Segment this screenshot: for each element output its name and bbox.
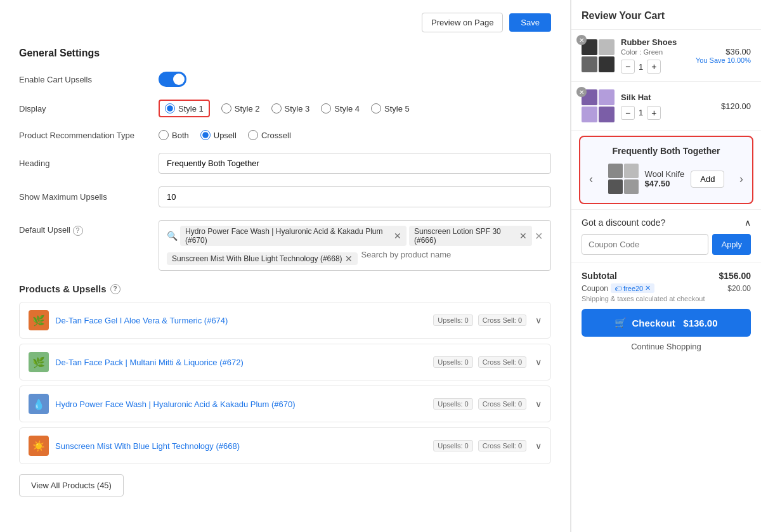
enable-cart-upsells-label: Enable Cart Upsells: [19, 75, 159, 84]
apply-button[interactable]: Apply: [712, 234, 751, 255]
display-style5-option[interactable]: Style 5: [371, 103, 410, 114]
display-style2-label: Style 2: [235, 104, 260, 114]
qty-increase-2[interactable]: +: [647, 106, 661, 120]
fbt-next-button[interactable]: ›: [737, 172, 746, 186]
show-max-input[interactable]: [159, 186, 551, 207]
display-style2-option[interactable]: Style 2: [221, 103, 260, 114]
fbt-product-img: [608, 164, 639, 194]
coupon-label: Coupon: [582, 284, 608, 293]
cart-item-img-1: [582, 39, 615, 72]
cart-icon: 🛒: [615, 317, 627, 328]
upsells-badge-4: Upsells: 0: [433, 440, 472, 451]
display-style4-option[interactable]: Style 4: [321, 103, 360, 114]
tag-hydro-remove[interactable]: ✕: [394, 231, 401, 241]
right-panel: Review Your Cart ✕ Rubber Shoes Color : …: [571, 0, 761, 532]
show-max-row: Show Maximum Upsells: [19, 186, 551, 207]
discount-header[interactable]: Got a discount code? ∧: [582, 217, 751, 228]
product-rec-radio-group: Both Upsell Crossell: [159, 130, 291, 140]
products-help-icon[interactable]: ?: [110, 284, 120, 294]
view-all-button[interactable]: View All Products (45): [19, 474, 124, 496]
chevron-down-icon-4[interactable]: ∨: [535, 441, 542, 451]
cart-item-price-2: $120.00: [721, 101, 751, 111]
cart-item-info-1: Rubber Shoes Color : Green − 1 +: [621, 37, 689, 74]
cart-item-2: ✕ Silk Hat − 1 + $120.00: [571, 82, 761, 131]
upsells-badge-1: Upsells: 0: [433, 315, 472, 326]
qty-value-1: 1: [639, 62, 643, 72]
cart-item-remove-1[interactable]: ✕: [576, 35, 587, 45]
discount-header-label: Got a discount code?: [582, 217, 665, 228]
products-upsells-header: Products & Upsells ?: [19, 283, 551, 294]
checkout-button[interactable]: 🛒 Checkout $136.00: [582, 309, 751, 337]
save-button[interactable]: Save: [509, 13, 551, 32]
rec-crossell-option[interactable]: Crossell: [248, 130, 291, 140]
coupon-discount: $20.00: [727, 284, 751, 293]
fbt-product-info: Wool Knife $47.50: [645, 169, 685, 188]
subtotal-amount: $156.00: [719, 271, 751, 281]
show-max-label: Show Maximum Upsells: [19, 192, 159, 202]
display-style1-label: Style 1: [178, 104, 204, 114]
display-row: Display Style 1 Style 2 Style 3 Style 4: [19, 100, 551, 117]
discount-input-row: Apply: [582, 234, 751, 255]
checkout-label: Checkout $136.00: [632, 318, 717, 328]
subtotal-row: Subtotal $156.00: [582, 271, 751, 281]
product-row[interactable]: 🌿 De-Tan Face Pack | Multani Mitti & Liq…: [19, 344, 551, 380]
subtotal-section: Subtotal $156.00 Coupon 🏷 free20 ✕ $20.0…: [571, 263, 761, 367]
display-style1-option[interactable]: Style 1: [159, 100, 210, 117]
product-thumb-1: 🌿: [29, 310, 49, 330]
chevron-down-icon-2[interactable]: ∨: [535, 357, 542, 367]
fbt-product-name: Wool Knife: [645, 169, 685, 179]
left-panel: Preview on Page Save General Settings En…: [0, 0, 571, 532]
cart-item-remove-2[interactable]: ✕: [576, 87, 587, 97]
qty-increase-1[interactable]: +: [647, 60, 661, 74]
preview-button[interactable]: Preview on Page: [422, 13, 503, 32]
product-thumb-2: 🌿: [29, 352, 49, 372]
heading-row: Heading: [19, 153, 551, 174]
default-upsell-help-icon[interactable]: ?: [73, 226, 83, 236]
display-label: Display: [19, 104, 159, 114]
cart-title: Review Your Cart: [571, 0, 761, 30]
fbt-title: Frequently Both Together: [587, 146, 746, 156]
cart-item-sub-1: Color : Green: [621, 48, 689, 56]
product-row[interactable]: ☀️ Sunscreen Mist With Blue Light Techno…: [19, 427, 551, 464]
product-row[interactable]: 💧 Hydro Power Face Wash | Hyaluronic Aci…: [19, 386, 551, 422]
qty-decrease-2[interactable]: −: [621, 106, 635, 120]
enable-cart-upsells-toggle[interactable]: [159, 72, 186, 87]
cart-item-name-1: Rubber Shoes: [621, 37, 689, 47]
rec-both-option[interactable]: Both: [159, 130, 189, 140]
coupon-remove-icon[interactable]: ✕: [645, 284, 651, 292]
fbt-prev-button[interactable]: ‹: [587, 172, 595, 186]
qty-decrease-1[interactable]: −: [621, 60, 635, 74]
chevron-down-icon-3[interactable]: ∨: [535, 399, 542, 409]
tag-search-input[interactable]: [361, 250, 463, 259]
continue-shopping-link[interactable]: Continue Shopping: [582, 342, 751, 359]
coupon-input[interactable]: [582, 234, 708, 255]
display-style3-option[interactable]: Style 3: [271, 103, 310, 114]
rec-upsell-option[interactable]: Upsell: [200, 130, 237, 140]
tag-sunscreen-lotion-remove[interactable]: ✕: [519, 231, 527, 241]
rec-both-label: Both: [172, 131, 189, 140]
discount-chevron-icon: ∧: [745, 217, 751, 228]
product-badges-1: Upsells: 0 Cross Sell: 0: [433, 315, 526, 326]
clear-all-icon[interactable]: ✕: [535, 230, 543, 242]
shipping-note: Shipping & taxes calculated at checkout: [582, 295, 751, 302]
product-name-4: Sunscreen Mist With Blue Light Technolog…: [55, 441, 433, 451]
product-row[interactable]: 🌿 De-Tan Face Gel I Aloe Vera & Turmeric…: [19, 302, 551, 339]
crosssell-badge-2: Cross Sell: 0: [478, 356, 526, 368]
heading-input[interactable]: [159, 153, 551, 174]
subtotal-label: Subtotal: [582, 271, 617, 281]
products-upsells-section: Products & Upsells ? 🌿 De-Tan Face Gel I…: [19, 283, 551, 496]
upsells-badge-2: Upsells: 0: [433, 356, 472, 368]
qty-control-1: − 1 +: [621, 60, 689, 74]
crosssell-badge-3: Cross Sell: 0: [478, 398, 526, 410]
qty-control-2: − 1 +: [621, 106, 715, 120]
heading-label: Heading: [19, 159, 159, 168]
fbt-box: Frequently Both Together ‹ Wool Knife $4…: [579, 136, 753, 204]
fbt-nav: ‹ Wool Knife $47.50 Add ›: [587, 164, 746, 194]
chevron-down-icon-1[interactable]: ∨: [535, 315, 542, 325]
fbt-add-button[interactable]: Add: [691, 171, 724, 188]
default-upsell-input[interactable]: 🔍 Hydro Power Face Wash | Hyaluronic Aci…: [159, 220, 551, 271]
tag-sunscreen-mist-remove[interactable]: ✕: [345, 254, 353, 264]
search-icon: 🔍: [167, 231, 178, 241]
display-style5-label: Style 5: [384, 104, 410, 114]
product-name-1: De-Tan Face Gel I Aloe Vera & Turmeric (…: [55, 316, 433, 325]
